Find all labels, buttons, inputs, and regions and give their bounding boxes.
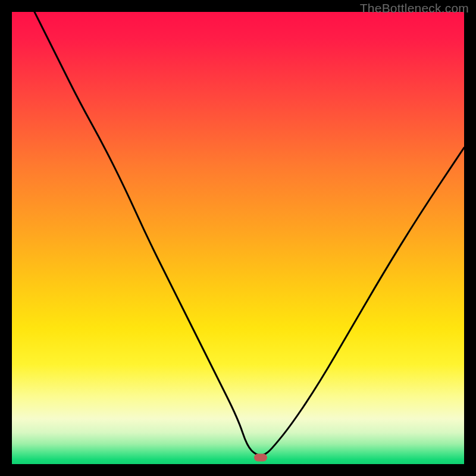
watermark-text: TheBottleneck.com xyxy=(360,1,469,15)
bottleneck-curve-path xyxy=(35,12,464,455)
curve-svg xyxy=(12,12,464,464)
optimum-marker xyxy=(254,453,267,461)
chart-frame: TheBottleneck.com xyxy=(0,0,476,476)
plot-area xyxy=(12,12,464,464)
